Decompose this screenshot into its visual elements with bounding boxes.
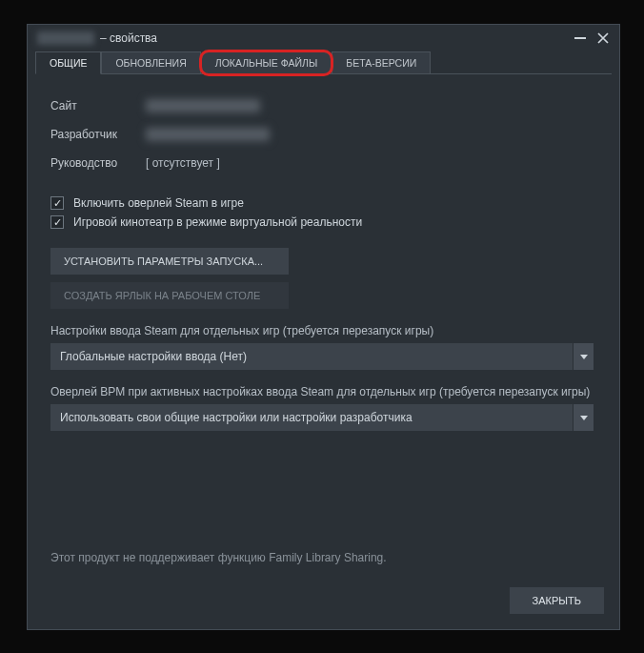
field-site: Сайт: [50, 92, 596, 120]
bpm-overlay-label: Оверлей BPM при активных настройках ввод…: [50, 385, 596, 398]
chevron-down-icon: [573, 404, 594, 431]
checkbox-overlay-row: ✓ Включить оверлей Steam в игре: [50, 196, 596, 210]
tab-bar: ОБЩИЕ ОБНОВЛЕНИЯ ЛОКАЛЬНЫЕ ФАЙЛЫ БЕТА-ВЕ…: [28, 51, 619, 74]
titlebar: – свойства: [28, 25, 619, 51]
title-suffix: – свойства: [100, 31, 157, 45]
field-developer: Разработчик: [50, 120, 596, 149]
checkbox-overlay-label: Включить оверлей Steam в игре: [73, 196, 244, 210]
launch-options-button[interactable]: УСТАНОВИТЬ ПАРАМЕТРЫ ЗАПУСКА...: [50, 248, 289, 275]
checkbox-vr-theater-row: ✓ Игровой кинотеатр в режиме виртуальной…: [50, 215, 596, 229]
tab-betas[interactable]: БЕТА-ВЕРСИИ: [332, 51, 431, 74]
bpm-overlay-dropdown[interactable]: Использовать свои общие настройки или на…: [50, 404, 594, 431]
chevron-down-icon: [573, 343, 594, 370]
checkbox-vr-theater[interactable]: ✓: [50, 215, 64, 229]
developer-label: Разработчик: [50, 128, 146, 141]
manual-value: [ отсутствует ]: [146, 156, 220, 170]
developer-value-redacted: [146, 128, 270, 141]
svg-rect-0: [574, 37, 586, 39]
site-value-redacted: [146, 99, 260, 112]
checkbox-vr-theater-label: Игровой кинотеатр в режиме виртуальной р…: [73, 215, 362, 229]
check-icon: ✓: [53, 198, 62, 209]
tab-content: Сайт Разработчик Руководство [ отсутству…: [28, 74, 619, 442]
desktop-shortcut-button[interactable]: СОЗДАТЬ ЯРЛЫК НА РАБОЧЕМ СТОЛЕ: [50, 282, 289, 309]
close-window-button[interactable]: [594, 31, 612, 45]
input-settings-value: Глобальные настройки ввода (Нет): [50, 343, 573, 370]
check-icon: ✓: [53, 217, 62, 228]
minimize-button[interactable]: [572, 31, 589, 45]
bpm-overlay-value: Использовать свои общие настройки или на…: [50, 404, 573, 431]
site-label: Сайт: [50, 99, 146, 112]
checkbox-overlay[interactable]: ✓: [50, 196, 64, 210]
game-title-redacted: [37, 31, 94, 45]
manual-label: Руководство: [50, 156, 146, 170]
tab-general[interactable]: ОБЩИЕ: [35, 51, 101, 74]
input-settings-label: Настройки ввода Steam для отдельных игр …: [50, 324, 596, 337]
tab-local-files[interactable]: ЛОКАЛЬНЫЕ ФАЙЛЫ: [201, 51, 332, 74]
input-settings-dropdown[interactable]: Глобальные настройки ввода (Нет): [50, 343, 594, 370]
tab-updates[interactable]: ОБНОВЛЕНИЯ: [101, 51, 200, 74]
family-sharing-note: Этот продукт не поддерживает функцию Fam…: [50, 551, 387, 564]
field-manual: Руководство [ отсутствует ]: [50, 149, 596, 177]
properties-window: – свойства ОБЩИЕ ОБНОВЛЕНИЯ ЛОКАЛЬНЫЕ ФА…: [27, 24, 620, 630]
close-button[interactable]: ЗАКРЫТЬ: [510, 587, 604, 614]
